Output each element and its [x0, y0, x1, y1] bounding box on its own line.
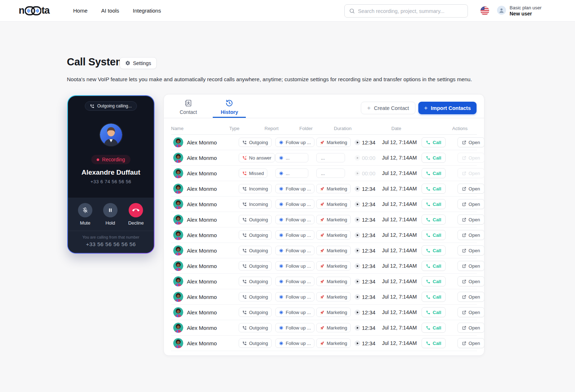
folder-badge[interactable]: ... [316, 153, 345, 162]
settings-button[interactable]: Settings [120, 57, 157, 69]
open-button[interactable]: Open [457, 199, 484, 209]
date-cell: Jul 12, 7:14AM [382, 325, 422, 331]
rocket-icon [320, 310, 325, 315]
external-link-icon [462, 186, 466, 191]
call-button[interactable]: Call [422, 199, 446, 209]
decline-button[interactable]: Decline [128, 203, 144, 226]
play-recording-icon[interactable] [354, 325, 360, 331]
play-recording-icon[interactable] [354, 232, 360, 238]
rocket-icon [320, 264, 325, 268]
report-badge[interactable]: Follow up ... [275, 138, 314, 147]
report-badge[interactable]: Follow up ... [275, 230, 314, 240]
call-status-label: Outgoing calling... [97, 103, 132, 109]
play-recording-icon[interactable] [354, 201, 360, 207]
folder-badge[interactable]: ... [316, 169, 345, 178]
call-button[interactable]: Call [422, 323, 446, 333]
table-row: Alex Monmo Incoming Follow up ... Market… [171, 197, 477, 212]
user-profile[interactable]: Basic plan user New user [497, 5, 542, 17]
report-badge[interactable]: Follow up ... [275, 199, 314, 209]
open-button[interactable]: Open [457, 168, 484, 178]
report-badge[interactable]: ... [275, 169, 308, 178]
folder-badge[interactable]: Marketing [316, 338, 351, 348]
play-recording-icon[interactable] [354, 340, 360, 346]
play-recording-icon[interactable] [354, 170, 360, 176]
report-badge[interactable]: Follow up ... [275, 246, 314, 255]
hold-button[interactable]: Hold [103, 203, 118, 226]
open-button[interactable]: Open [457, 292, 484, 302]
open-button[interactable]: Open [457, 307, 484, 317]
open-button[interactable]: Open [457, 261, 484, 271]
open-button[interactable]: Open [457, 230, 484, 240]
report-badge[interactable]: Follow up ... [275, 261, 314, 271]
folder-badge[interactable]: Marketing [316, 323, 351, 332]
call-button[interactable]: Call [422, 307, 446, 317]
call-button[interactable]: Call [422, 184, 446, 194]
open-button[interactable]: Open [457, 338, 484, 348]
table-row: Alex Monmo Outgoing Follow up ... Market… [171, 336, 477, 351]
contact-avatar [173, 153, 183, 163]
report-badge[interactable]: Follow up ... [275, 323, 314, 332]
call-button[interactable]: Call [422, 261, 446, 271]
folder-badge[interactable]: Marketing [316, 292, 351, 301]
report-badge[interactable]: Follow up ... [275, 292, 314, 301]
folder-badge[interactable]: Marketing [316, 308, 351, 317]
folder-badge[interactable]: Marketing [316, 261, 351, 271]
call-button[interactable]: Call [422, 338, 446, 348]
folder-badge[interactable]: Marketing [316, 138, 351, 147]
open-button[interactable]: Open [457, 184, 484, 194]
open-button[interactable]: Open [457, 276, 484, 286]
rocket-icon [320, 140, 325, 145]
language-selector[interactable] [480, 6, 489, 15]
report-badge[interactable]: ... [275, 153, 308, 162]
nav-item-integrations[interactable]: Integrations [133, 8, 161, 14]
report-badge[interactable]: Follow up ... [275, 184, 314, 193]
phone-incoming-icon [242, 202, 247, 207]
report-badge[interactable]: Follow up ... [275, 308, 314, 317]
tab-contact[interactable]: Contact [172, 94, 205, 118]
call-button[interactable]: Call [422, 153, 446, 163]
call-button[interactable]: Call [422, 168, 446, 178]
open-button[interactable]: Open [457, 153, 484, 163]
call-button[interactable]: Call [422, 292, 446, 302]
open-button[interactable]: Open [457, 215, 484, 225]
noota-logo[interactable]: n ta [19, 5, 50, 16]
sparkle-icon [279, 264, 284, 268]
duration-cell: 12:34 [354, 294, 382, 300]
open-button[interactable]: Open [457, 245, 484, 255]
open-button[interactable]: Open [457, 137, 484, 147]
folder-badge[interactable]: Marketing [316, 246, 351, 255]
open-button[interactable]: Open [457, 323, 484, 333]
play-recording-icon[interactable] [354, 263, 360, 269]
call-button[interactable]: Call [422, 215, 446, 225]
mute-button[interactable]: Mute [78, 203, 92, 226]
folder-badge[interactable]: Marketing [316, 199, 351, 209]
play-recording-icon[interactable] [354, 248, 360, 254]
play-recording-icon[interactable] [354, 294, 360, 300]
call-button[interactable]: Call [422, 137, 446, 147]
contact-name: Alex Monmo [187, 155, 217, 161]
call-button[interactable]: Call [422, 276, 446, 286]
call-button[interactable]: Call [422, 230, 446, 240]
call-button[interactable]: Call [422, 245, 446, 255]
report-badge[interactable]: Follow up ... [275, 277, 314, 286]
play-recording-icon[interactable] [354, 217, 360, 223]
folder-badge[interactable]: Marketing [316, 215, 351, 224]
play-recording-icon[interactable] [354, 186, 360, 192]
folder-badge[interactable]: Marketing [316, 230, 351, 240]
nav-item-ai-tools[interactable]: AI tools [101, 8, 119, 14]
duration-cell: 12:34 [354, 340, 382, 346]
play-recording-icon[interactable] [354, 155, 360, 161]
play-recording-icon[interactable] [354, 278, 360, 285]
recording-label: Recording [102, 157, 125, 162]
report-badge[interactable]: Follow up ... [275, 215, 314, 224]
import-contacts-button[interactable]: Import Contacts [418, 102, 477, 114]
nav-item-home[interactable]: Home [73, 8, 88, 14]
tab-history[interactable]: History [213, 94, 246, 118]
folder-badge[interactable]: Marketing [316, 184, 351, 193]
play-recording-icon[interactable] [354, 309, 360, 315]
play-recording-icon[interactable] [354, 139, 360, 146]
report-badge[interactable]: Follow up ... [275, 338, 314, 348]
create-contact-button[interactable]: Create Contact [361, 102, 415, 114]
folder-badge[interactable]: Marketing [316, 277, 351, 286]
search-input[interactable] [358, 8, 463, 14]
